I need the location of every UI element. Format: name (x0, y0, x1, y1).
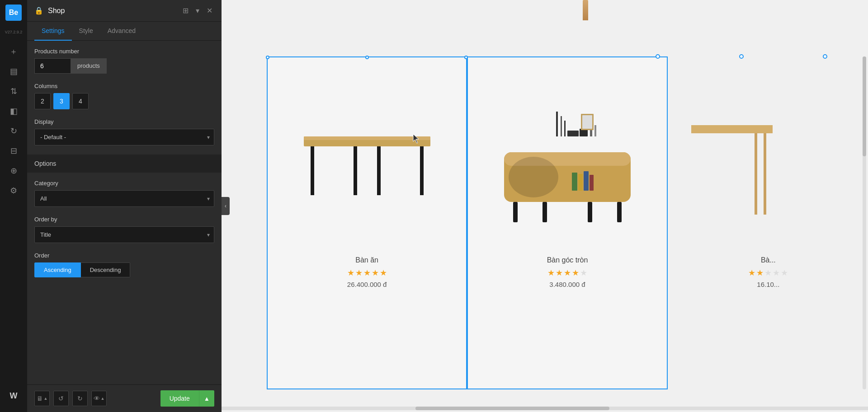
device-btn[interactable]: 🖥 ▲ (34, 391, 50, 406)
category-select[interactable]: All (34, 190, 214, 207)
svg-point-17 (509, 157, 558, 197)
columns-label: Columns (34, 83, 214, 89)
product-stars-3: ★ ★ ★ ★ ★ (748, 268, 788, 278)
product-name-1: Bàn ăn (355, 256, 378, 264)
canvas-scrollbar-thumb[interactable] (415, 407, 609, 410)
settings-panel: 🔒 Shop ⊞ ▾ ✕ Settings Style Advanced Pro… (27, 0, 222, 412)
star-3-5: ★ (781, 268, 788, 278)
svg-rect-9 (567, 131, 579, 136)
svg-rect-23 (542, 202, 547, 222)
products-number-section: Products number products (34, 48, 214, 74)
product-price-2: 3.480.000 đ (549, 281, 585, 288)
order-by-select[interactable]: Title (34, 226, 214, 243)
star-3-1: ★ (748, 268, 755, 278)
display-select[interactable]: - Default - (34, 129, 214, 145)
star-1-4: ★ (372, 268, 379, 278)
tab-advanced[interactable]: Advanced (100, 22, 143, 41)
category-select-wrapper: All ▾ (34, 190, 214, 207)
product-image-3 (691, 98, 782, 225)
handle-card2-tr[interactable] (823, 54, 827, 59)
order-ascending-btn[interactable]: Ascending (34, 262, 81, 277)
star-2-2: ★ (556, 268, 563, 278)
svg-rect-7 (561, 116, 562, 136)
options-header: Options (27, 154, 222, 173)
svg-rect-26 (691, 125, 773, 133)
update-button[interactable]: Update (160, 390, 199, 407)
product-name-2: Bàn góc tròn (547, 256, 588, 264)
refresh-icon[interactable]: ↻ (5, 123, 22, 139)
product-card-1: Bàn ăn ★ ★ ★ ★ ★ 26.400.000 đ (267, 56, 467, 389)
order-descending-btn[interactable]: Descending (81, 262, 131, 277)
product-image-1 (295, 123, 439, 200)
canvas-vscrollbar[interactable] (863, 56, 866, 389)
lock-icon: 🔒 (34, 6, 43, 15)
canvas-vscrollbar-thumb[interactable] (863, 56, 866, 156)
redo-icon: ↻ (77, 395, 83, 402)
handle-tl[interactable] (266, 56, 269, 59)
column-btn-3[interactable]: 3 (53, 93, 70, 109)
undo-btn[interactable]: ↺ (53, 391, 69, 406)
svg-rect-27 (755, 133, 757, 215)
canvas-scrollbar[interactable] (222, 407, 868, 410)
product-price-1: 26.400.000 đ (347, 281, 387, 288)
add-icon[interactable]: ＋ (5, 43, 22, 60)
product-card-2: Bàn góc tròn ★ ★ ★ ★ ★ 3.480.000 đ (467, 56, 667, 389)
settings-icon[interactable]: ⚙ (5, 183, 22, 199)
svg-rect-4 (377, 146, 381, 195)
product-price-3: 16.10... (757, 281, 779, 288)
panel-content: Products number products Columns 2 3 4 D… (27, 41, 222, 384)
layout-icon[interactable]: ⊞ (181, 5, 190, 17)
footer-left: 🖥 ▲ ↺ ↻ 👁 ▲ (34, 391, 107, 406)
wordpress-icon[interactable]: W (5, 388, 22, 404)
panel-footer: 🖥 ▲ ↺ ↻ 👁 ▲ Update ▲ (27, 384, 222, 412)
category-section: Category All ▾ (34, 180, 214, 207)
svg-rect-20 (584, 171, 589, 191)
svg-rect-28 (764, 133, 766, 215)
handle-card2-tc[interactable] (739, 54, 744, 59)
order-group: Ascending Descending (34, 262, 214, 277)
product-stars-2: ★ ★ ★ ★ ★ (547, 268, 587, 278)
chart-icon[interactable]: ▤ (5, 63, 22, 80)
close-icon[interactable]: ✕ (205, 5, 214, 17)
column-btn-2[interactable]: 2 (34, 93, 51, 109)
preview-btn[interactable]: 👁 ▲ (91, 391, 107, 406)
order-by-label: Order by (34, 216, 214, 223)
svg-rect-5 (420, 146, 424, 195)
handle-card2-tl[interactable] (656, 54, 660, 59)
product-img-area-2 (481, 75, 653, 247)
column-btn-4[interactable]: 4 (72, 93, 89, 109)
main-content: Bàn ăn ★ ★ ★ ★ ★ 26.400.000 đ (222, 0, 868, 412)
eye-icon: 👁 (94, 395, 100, 402)
redo-btn[interactable]: ↻ (72, 391, 88, 406)
products-number-label: Products number (34, 48, 214, 55)
handle-tc[interactable] (365, 56, 369, 59)
star-1-1: ★ (347, 268, 354, 278)
display-label: Display (34, 118, 214, 125)
order-label: Order (34, 252, 214, 259)
collapse-toggle[interactable]: ‹ (222, 197, 230, 215)
products-number-input[interactable] (34, 58, 71, 74)
product-stars-1: ★ ★ ★ ★ ★ (347, 268, 387, 278)
app-logo: Be (5, 5, 22, 21)
tab-style[interactable]: Style (72, 22, 100, 41)
layers-icon[interactable]: ◧ (5, 103, 22, 119)
products-number-input-group: products (34, 58, 214, 74)
star-3-2: ★ (756, 268, 764, 278)
sort-icon[interactable]: ⇅ (5, 83, 22, 99)
product-name-3: Bà... (761, 256, 776, 264)
globe-icon[interactable]: ⊕ (5, 163, 22, 179)
svg-rect-1 (304, 136, 430, 140)
tab-settings[interactable]: Settings (34, 22, 72, 41)
app-version: V27.2.9.2 (5, 30, 23, 34)
product-image-2 (497, 98, 637, 225)
svg-rect-12 (594, 125, 596, 136)
update-btn-group: Update ▲ (160, 390, 214, 407)
svg-rect-25 (617, 202, 622, 222)
sliders-icon[interactable]: ⊟ (5, 143, 22, 159)
panel-title: Shop (48, 7, 65, 15)
svg-rect-14 (582, 115, 592, 129)
update-btn-arrow[interactable]: ▲ (199, 390, 214, 407)
device-chevron-icon: ▲ (44, 396, 48, 401)
dropdown-arrow-icon[interactable]: ▾ (194, 5, 201, 17)
display-select-wrapper: - Default - ▾ (34, 129, 214, 145)
